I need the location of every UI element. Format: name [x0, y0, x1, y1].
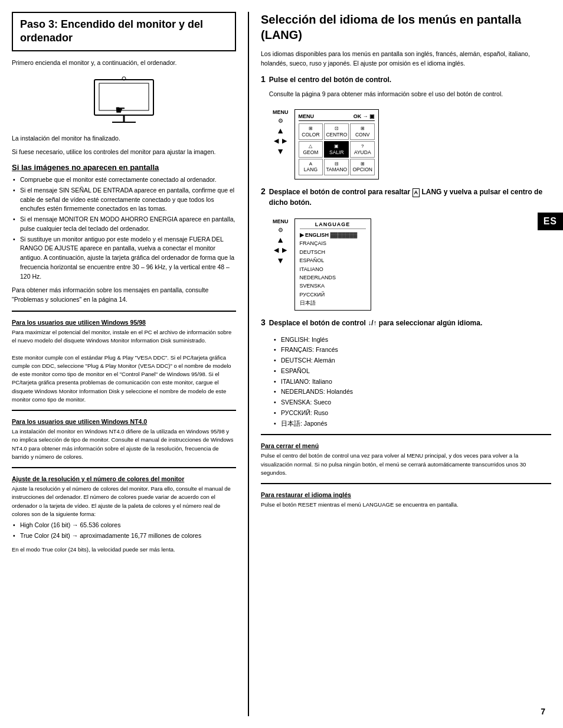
salir-icon: ▣	[326, 143, 347, 149]
color-bullets: High Color (16 bit) → 65.536 colores Tru…	[12, 521, 236, 541]
menu-item-geom: △GEOM	[299, 141, 323, 158]
divider-3	[12, 467, 236, 468]
right-intro-text: Los idiomas disponibles para los menús e…	[261, 50, 551, 68]
arrow-up-1: ▲	[276, 126, 284, 135]
language-title: LANGUAGE	[300, 221, 366, 229]
menu-item-opcion: ⊞OPCION	[350, 159, 375, 175]
menu-item-lang: ALANG	[299, 159, 323, 175]
ayuda-icon: ?	[352, 143, 373, 149]
resolution-text: Ajuste la resolución y el número de colo…	[12, 485, 236, 518]
right-column: ES Selección del idioma de los menús en …	[248, 12, 551, 716]
lang-english: ▶ ENGLISH ▓▓▓▓▓▓▓	[300, 231, 366, 239]
menu-ok-box-1: MENU OK → ▣ ⊞COLOR ⊡CENTRO ⊞CONV △GEOM ▣…	[294, 109, 379, 179]
centro-icon: ⊡	[326, 126, 347, 132]
lang-bullet-4: ITALIANO: Italiano	[273, 377, 551, 387]
lang-bullet-5: NEDERLANDS: Holandés	[273, 387, 551, 397]
lang-deutsch: DEUTSCH	[300, 248, 366, 256]
step3-content: Desplace el botón de control ↓/↑ para se…	[269, 318, 482, 333]
divider-right-2	[261, 483, 551, 484]
color-bullet-2: True Color (24 bit) → aproximadamente 16…	[12, 531, 236, 541]
divider-2	[12, 410, 236, 411]
step3-title: Desplace el botón de control ↓/↑ para se…	[269, 318, 482, 328]
settings-icon-1: ⚙	[278, 117, 283, 124]
resolution-title: Ajuste de la resolución y el número de c…	[12, 475, 236, 482]
more-info-text: Para obtener más información sobre los m…	[12, 286, 236, 305]
resolution-section: Ajuste de la resolución y el número de c…	[12, 475, 236, 554]
menu-grid-1: ⊞COLOR ⊡CENTRO ⊞CONV △GEOM ▣SALIR ?AYUDA…	[299, 123, 375, 175]
arrow-down-2: ▼	[276, 256, 284, 265]
step3-container: 3 Desplace el botón de control ↓/↑ para …	[261, 318, 551, 333]
menu-item-tamano: ⊟TAMANO	[324, 159, 349, 175]
page-number: 7	[541, 707, 545, 716]
restore-title: Para restaurar el idioma inglés	[261, 491, 551, 498]
nt4-title: Para los usuarios que utilicen Windows N…	[12, 418, 236, 425]
color-bullet-1: High Color (16 bit) → 65.536 colores	[12, 521, 236, 530]
lang-bullet-2: DEUTSCH: Alemán	[273, 356, 551, 365]
menu-text-1: MENU	[299, 113, 315, 119]
svg-text:☛: ☛	[115, 103, 126, 116]
menu-item-ayuda: ?AYUDA	[350, 141, 375, 158]
lang-russian: РУССКИЙ	[300, 290, 366, 299]
adjust-text: Si fuese necesario, utilice los controle…	[12, 148, 236, 157]
truecolor-note: En el modo True color (24 bits), la velo…	[12, 546, 236, 554]
bullet-item: Si el mensaje MONITOR EN MODO AHORRO ENE…	[12, 215, 236, 234]
lang-italiano: ITALIANO	[300, 265, 366, 273]
divider-1	[12, 311, 236, 312]
close-menu-text: Pulse el centro del botón de control una…	[261, 452, 551, 477]
ok-text-1: OK → ▣	[353, 113, 375, 119]
close-menu-section: Para cerrar el menú Pulse el centro del …	[261, 442, 551, 477]
settings-icon-2: ⚙	[278, 227, 283, 233]
bullet-item: Si el mensaje SIN SEÑAL DE ENTRADA apare…	[12, 186, 236, 214]
restore-text: Pulse el botón RESET mientras el menú LA…	[261, 501, 551, 509]
conv-icon: ⊞	[352, 126, 373, 132]
lang-bullet-1: FRANÇAIS: Francés	[273, 345, 551, 355]
step1-menu-area: MENU ⚙ ▲ ◀ ▶ ▼ MENU OK → ▣ ⊞COLOR	[273, 109, 551, 179]
control-panel-2: MENU ⚙ ▲ ◀ ▶ ▼	[273, 218, 289, 265]
nt4-section: Para los usuarios que utilicen Windows N…	[12, 418, 236, 461]
no-image-bullets: Compruebe que el monitor esté correctame…	[12, 175, 236, 281]
geom-icon: △	[300, 143, 322, 149]
lang-bullet-8: 日本語: Japonés	[273, 419, 551, 429]
win95-section: Para los usuarios que utilicen Windows 9…	[12, 319, 236, 404]
menu-label-1: MENU	[273, 109, 289, 115]
lang-bullet-0: ENGLISH: Inglés	[273, 335, 551, 345]
menu-ok-header-1: MENU OK → ▣	[299, 113, 375, 121]
lang-bullet-7: РУССКИЙ: Ruso	[273, 409, 551, 418]
lr-arrows-2: ◀ ▶	[274, 246, 287, 254]
lr-arrows-1: ◀ ▶	[274, 137, 287, 145]
left-section-title: Paso 3: Encendido del monitor y del orde…	[12, 12, 236, 51]
lang-espanol: ESPAÑOL	[300, 256, 366, 265]
lang-bullet-6: SVENSKA: Sueco	[273, 398, 551, 407]
bullet-item: Si sustituye un monitor antiguo por este…	[12, 235, 236, 282]
lang-nederlands: NEDERLANDS	[300, 273, 366, 282]
tamano-icon: ⊟	[326, 161, 347, 167]
nt4-text: La instalación del monitor en Windows NT…	[12, 427, 236, 461]
menu-grid-container-1: MENU OK → ▣ ⊞COLOR ⊡CENTRO ⊞CONV △GEOM ▣…	[294, 109, 379, 179]
step3-number: 3	[261, 318, 266, 327]
close-menu-title: Para cerrar el menú	[261, 442, 551, 449]
divider-right-1	[261, 434, 551, 435]
step2-content: Desplace el botón de control para resalt…	[269, 187, 551, 213]
win95-text: Para maximizar el potencial del monitor,…	[12, 328, 236, 404]
left-column: Paso 3: Encendido del monitor y del orde…	[12, 12, 236, 716]
lang-bullet-3: ESPAÑOL	[273, 367, 551, 376]
finish-text: La instalación del monitor ha finalizado…	[12, 134, 236, 143]
lang-icon: A	[300, 161, 322, 167]
lang-svenska: SVENSKA	[300, 282, 366, 290]
step2-container: 2 Desplace el botón de control para resa…	[261, 187, 551, 213]
page: Paso 3: Encendido del monitor y del orde…	[0, 0, 563, 728]
arrow-down-1: ▼	[276, 147, 284, 155]
monitor-diagram: ☛	[12, 74, 236, 128]
arrow-left-1: ◀	[274, 137, 279, 145]
lang-francais: FRANÇAIS	[300, 239, 366, 247]
win95-title: Para los usuarios que utilicen Windows 9…	[12, 319, 236, 326]
no-image-title: Si las imágenes no aparecen en pantalla	[12, 163, 236, 172]
arrow-up-2: ▲	[276, 236, 284, 244]
arrow-right-1: ▶	[282, 137, 287, 145]
menu-item-conv: ⊞CONV	[350, 123, 375, 140]
monitor-svg: ☛	[83, 74, 165, 127]
right-section-title: Selección del idioma de los menús en pan…	[261, 12, 551, 43]
step1-title: Pulse el centro del botón de control.	[269, 74, 503, 85]
step2-menu-area: MENU ⚙ ▲ ◀ ▶ ▼ LANGUAGE ▶ ENGLISH ▓▓▓▓▓▓…	[273, 218, 551, 311]
menu-item-color: ⊞COLOR	[299, 123, 323, 140]
